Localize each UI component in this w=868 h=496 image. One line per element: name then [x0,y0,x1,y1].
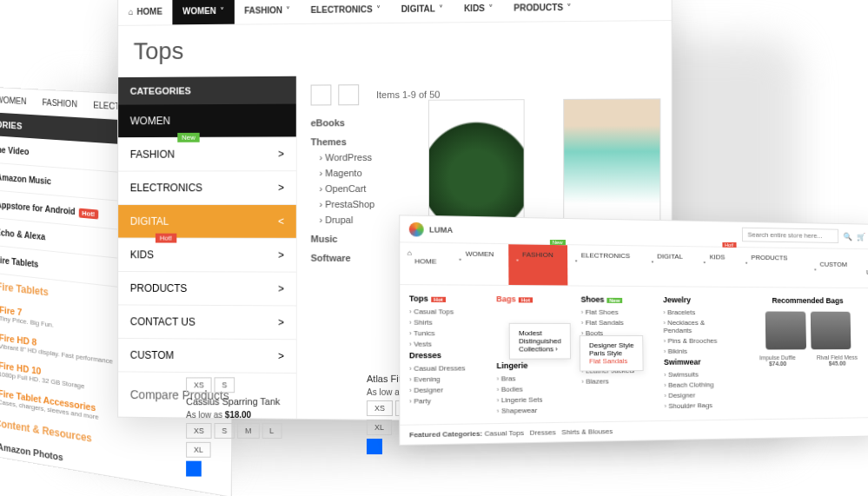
link-bras[interactable]: Bras [497,374,567,383]
size-s[interactable]: S [215,377,235,393]
link-flat-sandals[interactable]: Flat Sandals [581,319,648,327]
col-jewelry[interactable]: Jewelry [663,295,733,304]
col-swimwear[interactable]: Swimwear [664,358,734,367]
flyout-bags: Modest Distinguished Collections › [509,323,571,360]
product-image[interactable] [428,99,525,230]
nav-fashion[interactable]: FASHION ˅ [234,0,300,24]
link-designer[interactable]: Designer [409,386,480,394]
fly-flat-sandals[interactable]: Flat Sandals [589,357,634,365]
col-tops[interactable]: TopsHot [409,294,480,303]
cat-contact[interactable]: CONTACT US> [118,305,296,340]
link-party[interactable]: Party [409,396,480,405]
size-s[interactable]: S [215,423,235,439]
link-bodies[interactable]: Bodies [497,385,567,393]
product-name: Cassius Sparring Tank [186,396,341,407]
fly-paris-style[interactable]: Paris Style [589,349,634,357]
items-count: Items 1-9 of 50 [376,89,440,100]
nav-fashion[interactable]: FASHION [34,89,85,116]
nav-electronics[interactable]: ELECTRONICS ˅ [567,245,644,286]
nav-digital[interactable]: DIGITAL ˅ [644,246,697,286]
color-swatch[interactable] [367,439,382,454]
size-m[interactable]: M [237,423,259,439]
link-shoulder[interactable]: Shoulder Bags [664,401,734,410]
chevron-right-icon: > [278,249,284,261]
product-card[interactable]: XSS Cassius Sparring Tank As low as $18.… [186,374,341,477]
cat-kids[interactable]: Hot!KIDS> [118,239,296,273]
link-bikinis[interactable]: Bikinis [664,347,734,355]
link-lingerie-sets[interactable]: Lingerie Sets [497,395,567,404]
nav-women[interactable]: WOMEN ˅ [451,243,508,285]
link-casual-tops[interactable]: Casual Tops [409,308,480,316]
link-necklaces[interactable]: Necklaces & Pendants [663,319,733,334]
fly-collections[interactable]: Collections › [519,345,561,353]
link-blazers[interactable]: Blazers [581,377,648,386]
col-lingerie[interactable]: Lingerie [496,361,566,371]
nav-women[interactable]: WOMEN [0,88,35,115]
chevron-right-icon: > [278,316,284,328]
size-xl[interactable]: XL [367,420,392,435]
size-xl[interactable]: XL [186,442,210,458]
link-shirts[interactable]: Shirts [409,319,480,327]
nav-home[interactable]: ⌂ HOME [400,242,451,284]
link-swimsuits[interactable]: Swimsuits [664,370,734,379]
size-xs[interactable]: XS [367,400,393,416]
size-l[interactable]: L [262,423,282,439]
nav-products[interactable]: PRODUCTS ˅ [738,248,801,288]
nav-products[interactable]: PRODUCTS ˅ [503,0,581,22]
nav-kids[interactable]: KIDS ˅ [454,0,503,22]
hot-badge: Hot! [78,208,98,219]
link-pins[interactable]: Pins & Brooches [664,337,734,345]
color-swatch[interactable] [186,461,202,477]
nav-digital[interactable]: DIGITAL ˅ [391,0,454,23]
recommended-title: Recommended Bags [748,296,867,305]
chevron-right-icon: > [278,182,284,194]
bag-image[interactable] [765,311,806,349]
link-flat-shoes[interactable]: Flat Shoes [581,308,648,316]
page-title: Tops [118,21,672,77]
cat-women[interactable]: WOMEN [118,104,296,139]
fly-designer-style[interactable]: Designer Style [589,341,634,349]
link-vests[interactable]: Vests [409,340,480,348]
link-shapewear[interactable]: Shapewear [497,406,567,414]
cat-fashion[interactable]: NewFASHION> [118,137,296,171]
size-xs[interactable]: XS [186,423,211,439]
bag-image[interactable] [811,312,851,350]
fly-modest[interactable]: Modest [519,329,561,337]
luma-logo[interactable]: LUMA [409,222,453,236]
cat-electronics[interactable]: ELECTRONICS> [118,171,296,205]
nav-contact[interactable]: CONTACT US ˅ [859,255,868,282]
col-shoes[interactable]: ShoesNew [580,295,647,304]
feat-dresses[interactable]: Dresses [530,428,556,437]
nav-kids[interactable]: Hot!KIDS ˅ [696,247,739,287]
nav-custom[interactable]: CUSTOM ˅ [807,255,860,281]
feat-shirts-blouses[interactable]: Shirts & Blouses [561,427,613,436]
link-beach[interactable]: Beach Clothing [664,380,734,389]
fly-distinguished[interactable]: Distinguished [519,337,561,345]
nav-electronics[interactable]: ELECTRONICS ˅ [301,0,391,23]
cart-icon[interactable]: 🛒 [857,232,865,241]
link-casual-dresses[interactable]: Casual Dresses [409,364,480,373]
link-bracelets[interactable]: Bracelets [663,308,733,316]
col-bags[interactable]: BagsHot [496,294,565,304]
search-icon[interactable]: 🔍 [843,232,851,241]
nav-women[interactable]: WOMEN ˅ [172,0,234,24]
list-view-icon[interactable] [338,84,359,105]
new-badge: New [177,133,199,142]
search-input[interactable] [742,228,838,243]
link-evening[interactable]: Evening [409,375,480,384]
product-image[interactable] [563,98,660,230]
cat-custom[interactable]: CUSTOM> [118,339,296,374]
categories-header: CATEGORIES [118,76,296,105]
link-tunics[interactable]: Tunics [409,329,480,337]
cat-products[interactable]: PRODUCTS> [118,272,296,306]
col-dresses[interactable]: Dresses [409,351,480,360]
chevron-right-icon: > [278,148,284,160]
nav-fashion[interactable]: NewFASHION ˅ [508,244,567,285]
chevron-right-icon: > [278,283,284,295]
cat-digital[interactable]: DIGITAL< [118,205,296,239]
link-designer2[interactable]: Designer [664,391,734,400]
size-xs[interactable]: XS [186,377,211,393]
grid-view-icon[interactable] [311,84,332,105]
feat-casual-tops[interactable]: Casual Tops [485,429,524,438]
nav-home[interactable]: ⌂ HOME [118,0,172,25]
